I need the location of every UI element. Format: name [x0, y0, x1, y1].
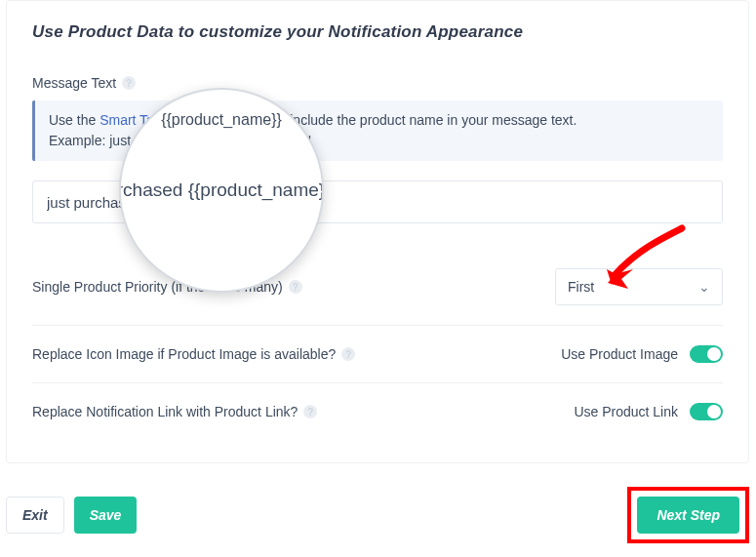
chevron-down-icon: ⌄ [698, 279, 710, 295]
priority-select[interactable]: First ⌄ [555, 268, 723, 305]
settings-card: Use Product Data to customize your Notif… [6, 0, 749, 463]
save-button[interactable]: Save [74, 497, 138, 534]
help-icon[interactable]: ? [303, 405, 317, 418]
footer-bar: Exit Save Next Step [6, 487, 749, 543]
help-icon[interactable]: ? [341, 347, 355, 361]
replace-icon-label: Replace Icon Image if Product Image is a… [32, 346, 336, 362]
next-step-highlight: Next Step [627, 487, 749, 543]
use-product-image-toggle[interactable] [690, 345, 723, 363]
message-text-label: Message Text [32, 75, 116, 91]
magnifier-main-text: urchased {{product_name}}! [119, 179, 324, 201]
replace-link-value-label: Use Product Link [574, 404, 678, 419]
use-product-link-toggle[interactable] [690, 403, 723, 420]
replace-link-label: Replace Notification Link with Product L… [32, 404, 298, 419]
page-title: Use Product Data to customize your Notif… [32, 22, 723, 42]
help-icon[interactable]: ? [289, 280, 302, 294]
priority-selected: First [568, 279, 594, 295]
callout-text-prefix: Use the [49, 112, 99, 128]
magnifier-overlay: {{product_name}} urchased {{product_name… [119, 88, 324, 293]
help-icon[interactable]: ? [122, 76, 136, 90]
exit-button[interactable]: Exit [6, 497, 64, 534]
next-step-button[interactable]: Next Step [637, 497, 739, 534]
replace-icon-value-label: Use Product Image [561, 346, 678, 362]
